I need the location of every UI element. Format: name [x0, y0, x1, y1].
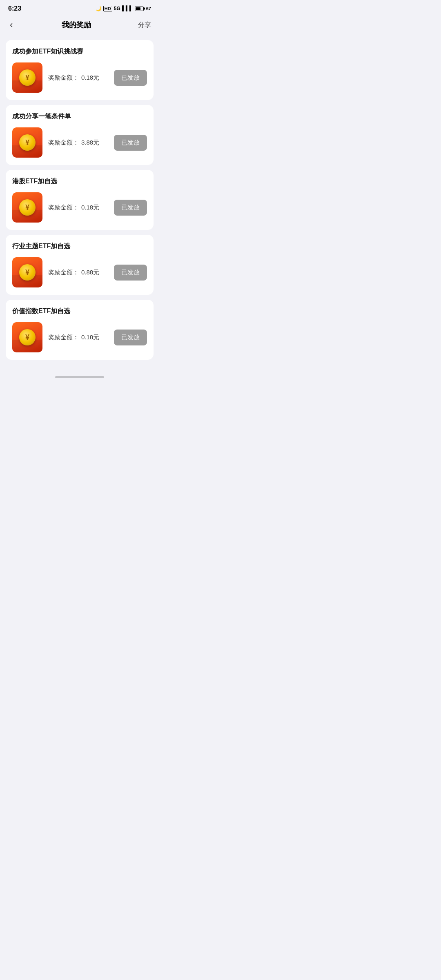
nav-bar: ‹ 我的奖励 分享	[0, 15, 159, 37]
coin-icon-4: ¥	[19, 264, 36, 281]
hd-badge: HD	[103, 6, 112, 11]
coin-icon-1: ¥	[19, 69, 36, 86]
yen-symbol-1: ¥	[25, 74, 29, 81]
bottom-bar	[0, 372, 159, 385]
reward-amount-5: 0.18元	[81, 334, 99, 341]
card-body-1: ¥ 奖励金额： 0.18元 已发放	[12, 62, 147, 93]
red-envelope-icon-5: ¥	[12, 322, 42, 352]
reward-amount-1: 0.18元	[81, 74, 99, 82]
card-title-5: 价值指数ETF加自选	[12, 307, 147, 316]
reward-label-3: 奖励金额：	[48, 204, 79, 212]
red-envelope-icon-4: ¥	[12, 257, 42, 287]
card-body-3: ¥ 奖励金额： 0.18元 已发放	[12, 192, 147, 223]
coin-icon-5: ¥	[19, 329, 36, 345]
reward-label-2: 奖励金额：	[48, 139, 79, 147]
status-button-1[interactable]: 已发放	[114, 70, 147, 86]
battery-percent: 67	[146, 6, 151, 11]
page-title: 我的奖励	[62, 20, 91, 30]
reward-amount-3: 0.18元	[81, 204, 99, 212]
coin-icon-2: ¥	[19, 134, 36, 151]
yen-symbol-4: ¥	[25, 269, 29, 276]
status-button-4[interactable]: 已发放	[114, 265, 147, 281]
card-title-4: 行业主题ETF加自选	[12, 242, 147, 251]
signal-icon: ▍▍▍	[122, 6, 133, 11]
back-button[interactable]: ‹	[8, 18, 14, 32]
reward-card-1: 成功参加ETF知识挑战赛 ¥ 奖励金额： 0.18元 已发放	[6, 40, 154, 100]
reward-label-4: 奖励金额：	[48, 269, 79, 276]
status-button-5[interactable]: 已发放	[114, 330, 147, 345]
reward-info-4: 奖励金额： 0.88元	[48, 269, 108, 276]
network-5g: 5G	[114, 6, 120, 11]
status-button-3[interactable]: 已发放	[114, 200, 147, 216]
home-indicator	[55, 376, 104, 378]
card-body-5: ¥ 奖励金额： 0.18元 已发放	[12, 322, 147, 352]
status-button-2[interactable]: 已发放	[114, 135, 147, 151]
reward-card-5: 价值指数ETF加自选 ¥ 奖励金额： 0.18元 已发放	[6, 300, 154, 360]
card-title-3: 港股ETF加自选	[12, 177, 147, 186]
yen-symbol-2: ¥	[25, 139, 29, 146]
status-icons: 🌙 HD 5G ▍▍▍ 67	[96, 6, 151, 11]
reward-card-3: 港股ETF加自选 ¥ 奖励金额： 0.18元 已发放	[6, 170, 154, 230]
battery-icon: 67	[135, 6, 151, 11]
reward-card-4: 行业主题ETF加自选 ¥ 奖励金额： 0.88元 已发放	[6, 235, 154, 295]
red-envelope-icon-2: ¥	[12, 127, 42, 158]
status-time: 6:23	[8, 5, 21, 12]
reward-amount-2: 3.88元	[81, 139, 99, 147]
card-title-2: 成功分享一笔条件单	[12, 112, 147, 121]
yen-symbol-5: ¥	[25, 334, 29, 341]
reward-amount-4: 0.88元	[81, 269, 99, 276]
card-body-4: ¥ 奖励金额： 0.88元 已发放	[12, 257, 147, 287]
reward-info-5: 奖励金额： 0.18元	[48, 334, 108, 341]
reward-info-3: 奖励金额： 0.18元	[48, 204, 108, 212]
card-body-2: ¥ 奖励金额： 3.88元 已发放	[12, 127, 147, 158]
status-bar: 6:23 🌙 HD 5G ▍▍▍ 67	[0, 0, 159, 15]
reward-label-1: 奖励金额：	[48, 74, 79, 82]
content-area: 成功参加ETF知识挑战赛 ¥ 奖励金额： 0.18元 已发放 成功分享一笔条件单	[0, 37, 159, 372]
share-button[interactable]: 分享	[138, 21, 151, 29]
reward-info-2: 奖励金额： 3.88元	[48, 139, 108, 147]
red-envelope-icon-1: ¥	[12, 62, 42, 93]
card-title-1: 成功参加ETF知识挑战赛	[12, 47, 147, 56]
red-envelope-icon-3: ¥	[12, 192, 42, 223]
yen-symbol-3: ¥	[25, 204, 29, 211]
coin-icon-3: ¥	[19, 199, 36, 216]
moon-icon: 🌙	[96, 6, 102, 11]
reward-label-5: 奖励金额：	[48, 334, 79, 341]
reward-info-1: 奖励金额： 0.18元	[48, 74, 108, 82]
reward-card-2: 成功分享一笔条件单 ¥ 奖励金额： 3.88元 已发放	[6, 105, 154, 165]
